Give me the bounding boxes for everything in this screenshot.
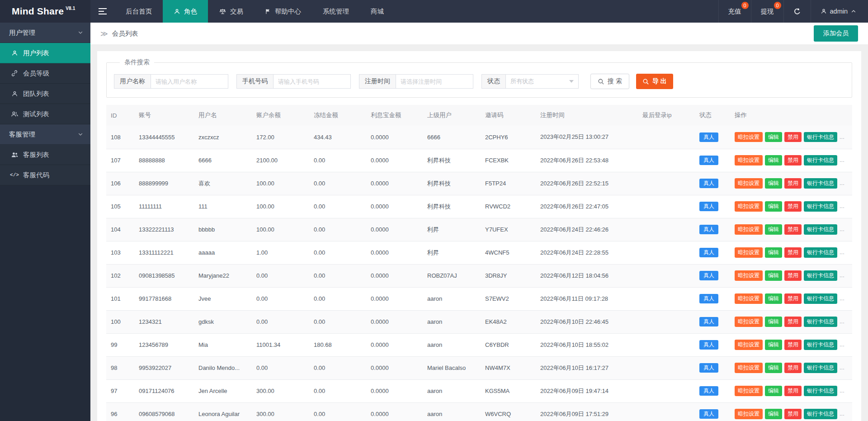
- bank-card-info-button[interactable]: 银行卡信息: [804, 224, 837, 234]
- phone-input[interactable]: [273, 74, 351, 89]
- status-badge[interactable]: 真人: [699, 156, 718, 165]
- disable-button[interactable]: 禁用: [784, 132, 802, 142]
- edit-button[interactable]: 编辑: [765, 247, 782, 257]
- status-badge[interactable]: 真人: [699, 202, 718, 211]
- cell-parent-user: 利昇: [423, 241, 481, 264]
- username-input[interactable]: [151, 74, 228, 89]
- cell-last-login-ip: [638, 241, 695, 264]
- bank-card-info-button[interactable]: 银行卡信息: [804, 340, 837, 350]
- bank-card-info-button[interactable]: 银行卡信息: [804, 155, 837, 165]
- sidebar-group-service-management[interactable]: 客服管理: [0, 124, 90, 145]
- nav-item-system[interactable]: 系统管理: [312, 0, 360, 23]
- disable-button[interactable]: 禁用: [784, 317, 802, 326]
- nav-item-trade[interactable]: 交易: [208, 0, 254, 23]
- disable-button[interactable]: 禁用: [784, 224, 802, 234]
- withdraw-button[interactable]: 提现 0: [751, 0, 783, 23]
- deduct-settings-button[interactable]: 暗扣设置: [735, 224, 763, 234]
- disable-button[interactable]: 禁用: [784, 386, 802, 396]
- admin-menu[interactable]: admin: [811, 0, 868, 23]
- status-badge[interactable]: 真人: [699, 179, 718, 188]
- recharge-button[interactable]: 充值 0: [718, 0, 751, 23]
- status-badge[interactable]: 真人: [699, 132, 718, 142]
- disable-button[interactable]: 禁用: [784, 363, 802, 373]
- deduct-settings-button[interactable]: 暗扣设置: [735, 293, 763, 303]
- cell-register-time: 2022年06月26日 22:47:05: [536, 195, 638, 218]
- deduct-settings-button[interactable]: 暗扣设置: [735, 340, 763, 350]
- bank-card-info-button[interactable]: 银行卡信息: [804, 132, 837, 142]
- edit-button[interactable]: 编辑: [765, 132, 782, 142]
- search-panel-legend: 条件搜索: [120, 58, 154, 66]
- edit-button[interactable]: 编辑: [765, 363, 782, 373]
- export-button[interactable]: 导 出: [636, 74, 673, 89]
- disable-button[interactable]: 禁用: [784, 409, 802, 419]
- nav-item-dashboard[interactable]: 后台首页: [115, 0, 163, 23]
- edit-button[interactable]: 编辑: [765, 409, 782, 419]
- bank-card-info-button[interactable]: 银行卡信息: [804, 293, 837, 303]
- status-badge[interactable]: 真人: [699, 363, 718, 373]
- nav-item-help-center[interactable]: 帮助中心: [254, 0, 312, 23]
- sidebar-item-test-list[interactable]: 测试列表: [0, 104, 90, 124]
- search-button[interactable]: 搜 索: [590, 74, 629, 89]
- status-badge[interactable]: 真人: [699, 386, 718, 396]
- disable-button[interactable]: 禁用: [784, 293, 802, 303]
- column-header-7: 上级用户: [423, 105, 481, 126]
- register-time-input[interactable]: [396, 74, 473, 89]
- sidebar-item-user-list[interactable]: 用户列表: [0, 43, 90, 63]
- bank-card-info-button[interactable]: 银行卡信息: [804, 409, 837, 419]
- disable-button[interactable]: 禁用: [784, 155, 802, 165]
- deduct-settings-button[interactable]: 暗扣设置: [735, 270, 763, 280]
- edit-button[interactable]: 编辑: [765, 155, 782, 165]
- search-panel: 条件搜索 用户名称 手机号码 注册时间: [106, 58, 852, 98]
- deduct-settings-button[interactable]: 暗扣设置: [735, 363, 763, 373]
- disable-button[interactable]: 禁用: [784, 270, 802, 280]
- nav-item-roles[interactable]: 角色: [163, 0, 208, 23]
- cell-last-login-ip: [638, 356, 695, 379]
- status-badge[interactable]: 真人: [699, 225, 718, 234]
- sidebar-group-user-management[interactable]: 用户管理: [0, 23, 90, 43]
- edit-button[interactable]: 编辑: [765, 224, 782, 234]
- users-icon: [10, 111, 19, 118]
- status-badge[interactable]: 真人: [699, 409, 718, 419]
- deduct-settings-button[interactable]: 暗扣设置: [735, 155, 763, 165]
- edit-button[interactable]: 编辑: [765, 293, 782, 303]
- nav-item-mall[interactable]: 商城: [360, 0, 395, 23]
- bank-card-info-button[interactable]: 银行卡信息: [804, 201, 837, 211]
- bank-card-info-button[interactable]: 银行卡信息: [804, 386, 837, 396]
- sidebar-item-service-code[interactable]: </> 客服代码: [0, 165, 90, 185]
- disable-button[interactable]: 禁用: [784, 247, 802, 257]
- bank-card-info-button[interactable]: 银行卡信息: [804, 178, 837, 188]
- edit-button[interactable]: 编辑: [765, 270, 782, 280]
- edit-button[interactable]: 编辑: [765, 386, 782, 396]
- status-badge[interactable]: 真人: [699, 317, 718, 326]
- deduct-settings-button[interactable]: 暗扣设置: [735, 178, 763, 188]
- deduct-settings-button[interactable]: 暗扣设置: [735, 201, 763, 211]
- edit-button[interactable]: 编辑: [765, 317, 782, 326]
- deduct-settings-button[interactable]: 暗扣设置: [735, 247, 763, 257]
- edit-button[interactable]: 编辑: [765, 178, 782, 188]
- refresh-button[interactable]: [783, 0, 811, 23]
- edit-button[interactable]: 编辑: [765, 201, 782, 211]
- status-badge[interactable]: 真人: [699, 248, 718, 257]
- sidebar-toggle-button[interactable]: [90, 0, 115, 23]
- deduct-settings-button[interactable]: 暗扣设置: [735, 386, 763, 396]
- bank-card-info-button[interactable]: 银行卡信息: [804, 247, 837, 257]
- deduct-settings-button[interactable]: 暗扣设置: [735, 409, 763, 419]
- status-badge[interactable]: 真人: [699, 271, 718, 280]
- sidebar-item-team-list[interactable]: 团队列表: [0, 84, 90, 104]
- edit-button[interactable]: 编辑: [765, 340, 782, 350]
- bank-card-info-button[interactable]: 银行卡信息: [804, 363, 837, 373]
- deduct-settings-button[interactable]: 暗扣设置: [735, 132, 763, 142]
- deduct-settings-button[interactable]: 暗扣设置: [735, 317, 763, 326]
- chevron-down-icon: [78, 30, 83, 35]
- disable-button[interactable]: 禁用: [784, 178, 802, 188]
- disable-button[interactable]: 禁用: [784, 340, 802, 350]
- status-badge[interactable]: 真人: [699, 340, 718, 350]
- bank-card-info-button[interactable]: 银行卡信息: [804, 270, 837, 280]
- add-member-button[interactable]: 添加会员: [814, 25, 858, 42]
- sidebar-item-service-list[interactable]: 客服列表: [0, 145, 90, 165]
- bank-card-info-button[interactable]: 银行卡信息: [804, 317, 837, 326]
- disable-button[interactable]: 禁用: [784, 201, 802, 211]
- status-badge[interactable]: 真人: [699, 294, 718, 303]
- status-select[interactable]: 所有状态: [505, 74, 579, 89]
- sidebar-item-member-level[interactable]: 会员等级: [0, 63, 90, 84]
